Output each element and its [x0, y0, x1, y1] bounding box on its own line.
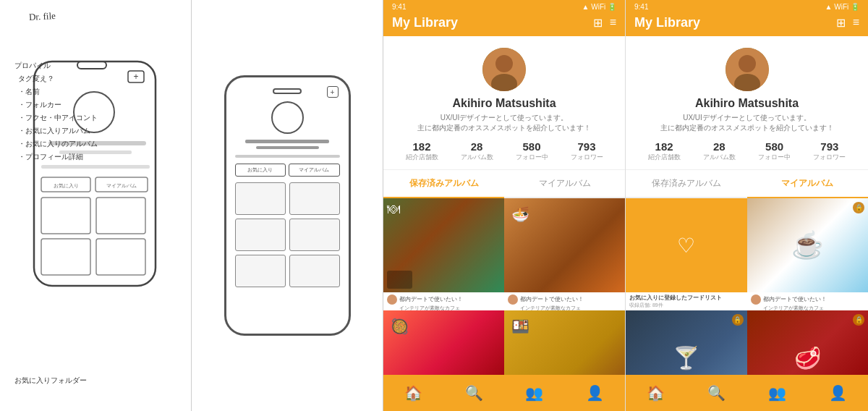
app1-album-grid: 🍽 都内デートで使いたい！ インテリアが素敵なカフェ 🍜 — [383, 198, 625, 375]
app2-content: ♡ お気に入りに登録したフードリスト 収録店舗: 89件 ☕ 🔒 都内デートで使… — [626, 198, 868, 375]
add-icon-2[interactable]: ⊞ — [836, 16, 846, 30]
lock-overlay-1: 🔒 — [853, 202, 864, 213]
tab-my-albums-2[interactable]: マイアルバム — [747, 170, 869, 197]
app2-bottom-nav: 🏠 🔍 👥 👤 — [626, 375, 868, 411]
tab-saved-albums-2[interactable]: 保存済みアルバム — [626, 170, 747, 197]
svg-rect-12 — [41, 198, 90, 234]
wireframe-grid — [235, 182, 340, 287]
app2-stats: 182 紹介店舗数 28 アルバム数 580 フォロー中 793 フォロワー — [637, 140, 857, 162]
app1-time: 9:41 — [392, 3, 406, 11]
stat2-followers: 793 フォロワー — [802, 140, 857, 162]
album-locked-img-1: ☕ — [747, 198, 869, 292]
nav-add-person-1[interactable]: 👥 — [525, 384, 543, 402]
app1-header-title: My Library — [392, 15, 458, 30]
app1-header: 9:41 ▲ WiFi 🔋 My Library ⊞ ≡ — [383, 0, 625, 36]
sketch-title: Dr. file — [29, 10, 56, 23]
nav-search-2[interactable]: 🔍 — [707, 384, 726, 402]
album-mini-avatar-1 — [387, 295, 397, 305]
app2-time: 9:41 — [634, 3, 648, 11]
fav-sub: 収録店舗: 89件 — [629, 302, 744, 308]
fav-card: ♡ — [626, 198, 747, 292]
panel-app2: 9:41 ▲ WiFi 🔋 My Library ⊞ ≡ Akihiro Mat… — [626, 0, 868, 411]
album-item-2[interactable]: 🍜 都内デートで使いたい！ インテリアが素敵なカフェ — [504, 198, 625, 310]
lock-overlay-3: 🔒 — [853, 314, 864, 326]
app1-header-actions: ⊞ ≡ — [593, 16, 616, 30]
svg-rect-15 — [96, 239, 145, 275]
stat-followers: 793 フォロワー — [559, 140, 614, 162]
album-mini-avatar-2 — [508, 295, 518, 305]
album-img-4: 🍱 — [504, 310, 625, 375]
wireframe-cell-1 — [235, 182, 286, 215]
nav-add-person-2[interactable]: 👥 — [768, 384, 786, 402]
tab-my-albums-1[interactable]: マイアルバム — [504, 170, 625, 197]
nav-profile-1[interactable]: 👤 — [586, 384, 604, 402]
stat2-shops: 182 紹介店舗数 — [637, 140, 692, 162]
album-locked-img-3: 🥩 — [747, 310, 869, 375]
wireframe-cell-3 — [235, 219, 286, 251]
app2-user-name: Akihiro Matsushita — [695, 97, 799, 110]
wireframe-cell-5 — [235, 255, 286, 287]
app2-user-desc: UX/UIデザイナーとして使っています。主に都内定番のオススメスポットを紹介して… — [660, 113, 834, 133]
svg-text:マイアルバム: マイアルバム — [106, 183, 137, 188]
lock-overlay-2: 🔒 — [732, 314, 744, 326]
app1-content: 🍽 都内デートで使いたい！ インテリアが素敵なカフェ 🍜 — [383, 198, 625, 375]
wireframe-add-btn: + — [327, 86, 339, 98]
wireframe-phone: + お気に入り マイアルバム — [224, 75, 351, 336]
app1-user-name: Akihiro Matsushita — [452, 97, 556, 110]
nav-home-1[interactable]: 🏠 — [404, 384, 422, 402]
stat-albums: 28 アルバム数 — [449, 140, 504, 162]
nav-profile-2[interactable]: 👤 — [829, 384, 847, 402]
app2-avatar — [726, 48, 769, 91]
locked-mini-avatar-1 — [751, 295, 761, 305]
album-caption-1: 都内デートで使いたい！ インテリアが素敵なカフェ — [383, 292, 504, 310]
album-item-4[interactable]: 🍱 都内デートで使いたい！ — [504, 310, 625, 375]
app1-user-desc: UX/UIデザイナーとして使っています。主に都内定番のオススメスポットを紹介して… — [417, 113, 591, 133]
nav-search-1[interactable]: 🔍 — [465, 384, 483, 402]
app2-tabs: 保存済みアルバム マイアルバム — [626, 170, 868, 198]
svg-text:お気に入り: お気に入り — [54, 183, 79, 189]
wireframe-cell-4 — [289, 219, 340, 251]
app2-header: 9:41 ▲ WiFi 🔋 My Library ⊞ ≡ — [626, 0, 868, 36]
tab-saved-albums-1[interactable]: 保存済みアルバム — [383, 170, 504, 197]
album-locked-1[interactable]: ☕ 🔒 都内デートで使いたい！ インテリアが素敵なカフェ — [747, 198, 869, 310]
album-img-2: 🍜 — [504, 198, 625, 292]
sketch-notes: プロパイル タグ変え？ ・名前 ・フォルカー ・フクセ・中アイコント ・お気に入… — [14, 59, 98, 164]
nav-home-2[interactable]: 🏠 — [647, 384, 665, 402]
wireframe-tabs: お気に入り マイアルバム — [235, 164, 340, 177]
album-locked-3[interactable]: 🥩 🔒 都内デートで使いたい！ — [747, 310, 869, 375]
panel-app1: 9:41 ▲ WiFi 🔋 My Library ⊞ ≡ Akihiro Mat… — [383, 0, 626, 411]
wireframe-tab-saved: お気に入り — [235, 164, 286, 177]
album-sub-2: インテリアが素敵なカフェ — [508, 305, 621, 310]
locked-caption-1: 都内デートで使いたい！ インテリアが素敵なカフェ — [747, 292, 869, 310]
album-img-1: 🍽 — [383, 198, 504, 292]
album-item-1[interactable]: 🍽 都内デートで使いたい！ インテリアが素敵なカフェ — [383, 198, 504, 310]
app1-bottom-nav: 🏠 🔍 👥 👤 — [383, 375, 625, 411]
app1-avatar — [482, 48, 526, 91]
album-img-3: 🥘 — [383, 310, 504, 375]
album-saved-fav[interactable]: ♡ お気に入りに登録したフードリスト 収録店舗: 89件 — [626, 198, 747, 310]
app2-header-actions: ⊞ ≡ — [836, 16, 859, 30]
svg-text:+: + — [133, 72, 138, 82]
album-item-3[interactable]: 🥘 都内デートで使いたい！ — [383, 310, 504, 375]
album-locked-img-2: 🍸 — [626, 310, 747, 375]
add-icon-1[interactable]: ⊞ — [593, 16, 603, 30]
album-sub-1: インテリアが素敵なカフェ — [387, 305, 501, 310]
wireframe-cell-6 — [289, 255, 340, 287]
album-caption-2: 都内デートで使いたい！ インテリアが素敵なカフェ — [504, 292, 625, 310]
menu-icon-1[interactable]: ≡ — [610, 16, 616, 30]
album-locked-2[interactable]: 🍸 🔒 都内デートで使いたい！ — [626, 310, 747, 375]
app2-signal: ▲ WiFi 🔋 — [825, 3, 859, 11]
app1-profile: Akihiro Matsushita UX/UIデザイナーとして使っています。主… — [383, 36, 625, 170]
svg-rect-7 — [41, 165, 150, 169]
svg-point-20 — [739, 55, 756, 72]
panel-wireframe: + お気に入り マイアルバム — [192, 0, 383, 411]
svg-rect-14 — [41, 239, 90, 275]
svg-rect-13 — [96, 198, 145, 234]
wireframe-name-lines — [235, 140, 340, 149]
app1-stats: 182 紹介店舗数 28 アルバム数 580 フォロー中 793 フォロワー — [394, 140, 614, 162]
svg-point-17 — [495, 55, 513, 72]
wireframe-tab-myalbum: マイアルバム — [289, 164, 340, 177]
menu-icon-2[interactable]: ≡ — [853, 16, 859, 30]
stat2-following: 580 フォロー中 — [747, 140, 802, 162]
stat-following: 580 フォロー中 — [504, 140, 559, 162]
